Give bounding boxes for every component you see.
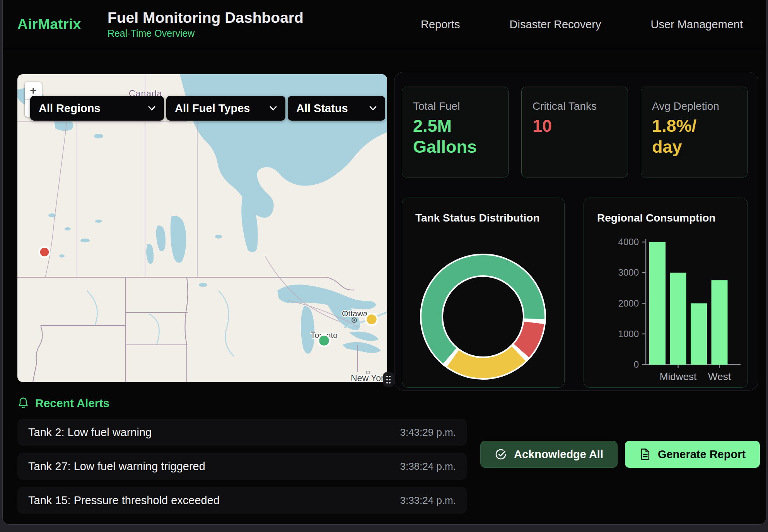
chevron-down-icon (270, 106, 277, 111)
y-axis-tick-label: 1000 (618, 329, 639, 339)
nav-item-user-management[interactable]: User Management (650, 18, 743, 31)
map-filter-bar: All Regions All Fuel Types All Status (30, 96, 385, 121)
dashboard-root: AirMatrix Fuel Monitoring Dashboard Real… (2, 0, 766, 525)
bell-icon (17, 397, 29, 409)
y-axis-tick-label: 4000 (618, 237, 639, 247)
x-axis-tick-label: West (708, 371, 731, 382)
map-panel: Canada Ottawa Toronto New York (17, 74, 387, 382)
stat-value: 2.5MGallons (413, 116, 497, 157)
alert-timestamp: 3:33:24 p.m. (400, 494, 456, 506)
donut-segment-warning (453, 354, 519, 368)
page-subtitle: Real-Time Overview (108, 28, 304, 39)
region-filter-value: All Regions (39, 102, 101, 115)
alert-text: Tank 2: Low fuel warning (28, 426, 152, 439)
map-marker-critical[interactable] (39, 247, 50, 257)
x-axis-tick-label: Midwest (660, 371, 697, 382)
stat-card-critical-tanks: Critical Tanks 10 (521, 87, 628, 177)
region-filter-dropdown[interactable]: All Regions (30, 96, 164, 121)
y-axis-tick-label: 3000 (618, 267, 639, 278)
check-circle-icon (495, 448, 507, 460)
stat-card-total-fuel: Total Fuel 2.5MGallons (402, 87, 509, 177)
generate-report-button[interactable]: Generate Report (625, 441, 760, 468)
stat-value: 1.8%/day (652, 116, 736, 157)
status-filter-dropdown[interactable]: All Status (288, 96, 385, 121)
page-title: Fuel Monitoring Dashboard (108, 10, 304, 26)
alert-text: Tank 15: Pressure threshold exceeded (28, 494, 220, 507)
status-filter-value: All Status (296, 102, 348, 115)
fuel-type-filter-dropdown[interactable]: All Fuel Types (166, 96, 285, 121)
acknowledge-all-button[interactable]: Acknowledge All (480, 441, 618, 468)
stat-card-avg-depletion: Avg Depletion 1.8%/day (641, 87, 748, 177)
alert-text: Tank 27: Low fuel warning triggered (28, 460, 205, 473)
bar-1 (670, 273, 686, 365)
bar-0 (649, 242, 666, 365)
bar-3 (712, 280, 728, 365)
alert-row[interactable]: Tank 2: Low fuel warning 3:43:29 p.m. (17, 419, 467, 446)
map-marker-normal[interactable] (318, 335, 330, 346)
tank-status-donut-chart (402, 198, 565, 388)
alert-timestamp: 3:43:29 p.m. (400, 426, 456, 438)
chart-title: Regional Consumption (597, 212, 715, 224)
tank-status-chart-panel: Tank Status Distribution (402, 198, 565, 388)
metrics-panel: Total Fuel 2.5MGallons Critical Tanks 10… (394, 72, 758, 390)
nav-item-reports[interactable]: Reports (421, 18, 460, 31)
acknowledge-all-label: Acknowledge All (514, 448, 603, 461)
map-label-new-york: New York (351, 373, 387, 382)
bar-2 (691, 304, 707, 365)
alerts-title: Recent Alerts (35, 397, 109, 410)
main-nav: Reports Disaster Recovery User Managemen… (421, 18, 766, 31)
alert-row[interactable]: Tank 27: Low fuel warning triggered 3:38… (17, 453, 467, 480)
stat-value: 10 (532, 116, 617, 136)
y-axis-tick-label: 0 (634, 359, 639, 370)
nav-item-disaster-recovery[interactable]: Disaster Recovery (510, 18, 601, 31)
stat-label: Critical Tanks (532, 100, 617, 113)
stat-label: Total Fuel (413, 100, 497, 113)
alert-row[interactable]: Tank 15: Pressure threshold exceeded 3:3… (17, 487, 467, 514)
donut-segment-critical (522, 323, 534, 351)
brand-logo: AirMatrix (17, 16, 81, 32)
alerts-header: Recent Alerts (17, 397, 109, 410)
fuel-type-filter-value: All Fuel Types (175, 102, 250, 115)
document-icon (639, 448, 651, 460)
stats-row: Total Fuel 2.5MGallons Critical Tanks 10… (402, 87, 748, 177)
chevron-down-icon (369, 106, 377, 111)
chevron-down-icon (148, 106, 155, 111)
regional-consumption-chart-panel: 01000200030004000MidwestWest Regional Co… (584, 198, 748, 388)
y-axis-tick-label: 2000 (618, 298, 639, 309)
drag-handle-icon[interactable] (383, 372, 394, 387)
top-bar: AirMatrix Fuel Monitoring Dashboard Real… (3, 0, 766, 49)
alert-timestamp: 3:38:24 p.m. (400, 460, 456, 472)
generate-report-label: Generate Report (658, 448, 746, 461)
map-marker-warning[interactable] (366, 314, 377, 325)
stat-label: Avg Depletion (652, 100, 736, 113)
chart-title: Tank Status Distribution (415, 212, 540, 224)
title-block: Fuel Monitoring Dashboard Real-Time Over… (108, 10, 304, 39)
regional-consumption-bar-chart: 01000200030004000MidwestWest (584, 198, 748, 388)
map-label-ottawa: Ottawa (342, 309, 368, 318)
